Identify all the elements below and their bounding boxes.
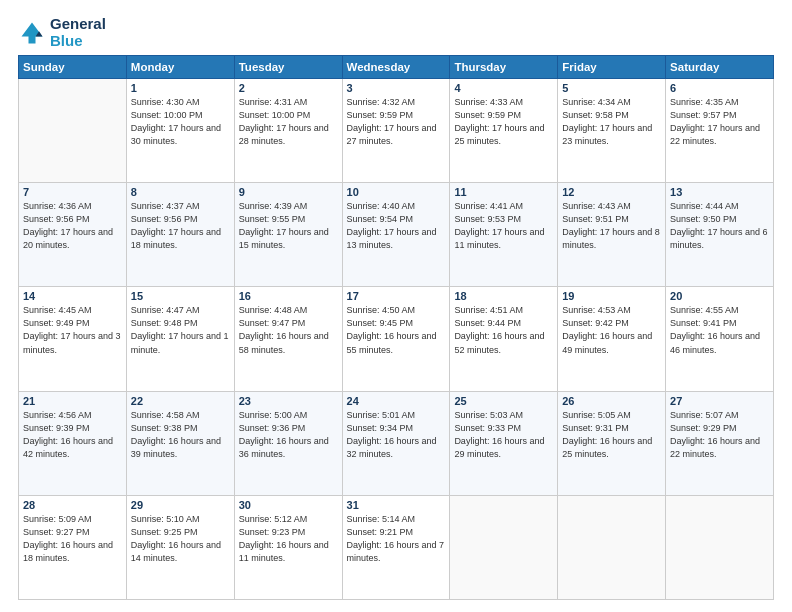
cell-content: Sunrise: 5:07 AMSunset: 9:29 PMDaylight:… (670, 409, 769, 461)
logo-icon (18, 19, 46, 47)
cell-content: Sunrise: 5:14 AMSunset: 9:21 PMDaylight:… (347, 513, 446, 565)
calendar-cell (19, 79, 127, 183)
calendar-cell: 12Sunrise: 4:43 AMSunset: 9:51 PMDayligh… (558, 183, 666, 287)
day-number: 27 (670, 395, 769, 407)
cell-content: Sunrise: 4:37 AMSunset: 9:56 PMDaylight:… (131, 200, 230, 252)
cell-content: Sunrise: 4:39 AMSunset: 9:55 PMDaylight:… (239, 200, 338, 252)
cell-content: Sunrise: 4:30 AMSunset: 10:00 PMDaylight… (131, 96, 230, 148)
day-header-sunday: Sunday (19, 56, 127, 79)
calendar-cell: 2Sunrise: 4:31 AMSunset: 10:00 PMDayligh… (234, 79, 342, 183)
cell-content: Sunrise: 4:43 AMSunset: 9:51 PMDaylight:… (562, 200, 661, 252)
day-header-saturday: Saturday (666, 56, 774, 79)
cell-content: Sunrise: 4:55 AMSunset: 9:41 PMDaylight:… (670, 304, 769, 356)
day-number: 6 (670, 82, 769, 94)
cell-content: Sunrise: 4:47 AMSunset: 9:48 PMDaylight:… (131, 304, 230, 356)
day-number: 14 (23, 290, 122, 302)
calendar-header-row: SundayMondayTuesdayWednesdayThursdayFrid… (19, 56, 774, 79)
calendar-cell: 9Sunrise: 4:39 AMSunset: 9:55 PMDaylight… (234, 183, 342, 287)
calendar-cell: 8Sunrise: 4:37 AMSunset: 9:56 PMDaylight… (126, 183, 234, 287)
day-number: 26 (562, 395, 661, 407)
day-number: 16 (239, 290, 338, 302)
week-row-3: 14Sunrise: 4:45 AMSunset: 9:49 PMDayligh… (19, 287, 774, 391)
cell-content: Sunrise: 5:05 AMSunset: 9:31 PMDaylight:… (562, 409, 661, 461)
day-number: 25 (454, 395, 553, 407)
calendar-cell (450, 495, 558, 599)
day-number: 7 (23, 186, 122, 198)
day-number: 3 (347, 82, 446, 94)
day-header-thursday: Thursday (450, 56, 558, 79)
day-number: 18 (454, 290, 553, 302)
day-number: 23 (239, 395, 338, 407)
cell-content: Sunrise: 4:51 AMSunset: 9:44 PMDaylight:… (454, 304, 553, 356)
calendar-cell: 5Sunrise: 4:34 AMSunset: 9:58 PMDaylight… (558, 79, 666, 183)
day-number: 31 (347, 499, 446, 511)
calendar-cell: 14Sunrise: 4:45 AMSunset: 9:49 PMDayligh… (19, 287, 127, 391)
week-row-5: 28Sunrise: 5:09 AMSunset: 9:27 PMDayligh… (19, 495, 774, 599)
calendar-cell: 16Sunrise: 4:48 AMSunset: 9:47 PMDayligh… (234, 287, 342, 391)
day-number: 10 (347, 186, 446, 198)
calendar-cell: 28Sunrise: 5:09 AMSunset: 9:27 PMDayligh… (19, 495, 127, 599)
day-number: 8 (131, 186, 230, 198)
cell-content: Sunrise: 5:12 AMSunset: 9:23 PMDaylight:… (239, 513, 338, 565)
day-header-wednesday: Wednesday (342, 56, 450, 79)
day-number: 15 (131, 290, 230, 302)
cell-content: Sunrise: 4:50 AMSunset: 9:45 PMDaylight:… (347, 304, 446, 356)
day-number: 13 (670, 186, 769, 198)
calendar-cell: 26Sunrise: 5:05 AMSunset: 9:31 PMDayligh… (558, 391, 666, 495)
day-header-monday: Monday (126, 56, 234, 79)
cell-content: Sunrise: 4:40 AMSunset: 9:54 PMDaylight:… (347, 200, 446, 252)
calendar-cell (666, 495, 774, 599)
cell-content: Sunrise: 5:01 AMSunset: 9:34 PMDaylight:… (347, 409, 446, 461)
logo-text: General Blue (50, 16, 106, 49)
cell-content: Sunrise: 4:31 AMSunset: 10:00 PMDaylight… (239, 96, 338, 148)
day-number: 24 (347, 395, 446, 407)
cell-content: Sunrise: 4:32 AMSunset: 9:59 PMDaylight:… (347, 96, 446, 148)
calendar-cell: 17Sunrise: 4:50 AMSunset: 9:45 PMDayligh… (342, 287, 450, 391)
day-number: 5 (562, 82, 661, 94)
day-number: 29 (131, 499, 230, 511)
day-number: 21 (23, 395, 122, 407)
cell-content: Sunrise: 4:36 AMSunset: 9:56 PMDaylight:… (23, 200, 122, 252)
cell-content: Sunrise: 4:58 AMSunset: 9:38 PMDaylight:… (131, 409, 230, 461)
day-number: 1 (131, 82, 230, 94)
calendar-cell: 13Sunrise: 4:44 AMSunset: 9:50 PMDayligh… (666, 183, 774, 287)
day-number: 12 (562, 186, 661, 198)
day-number: 17 (347, 290, 446, 302)
week-row-1: 1Sunrise: 4:30 AMSunset: 10:00 PMDayligh… (19, 79, 774, 183)
cell-content: Sunrise: 4:53 AMSunset: 9:42 PMDaylight:… (562, 304, 661, 356)
calendar-cell: 22Sunrise: 4:58 AMSunset: 9:38 PMDayligh… (126, 391, 234, 495)
day-number: 28 (23, 499, 122, 511)
calendar-cell: 24Sunrise: 5:01 AMSunset: 9:34 PMDayligh… (342, 391, 450, 495)
calendar-table: SundayMondayTuesdayWednesdayThursdayFrid… (18, 55, 774, 600)
calendar-cell: 27Sunrise: 5:07 AMSunset: 9:29 PMDayligh… (666, 391, 774, 495)
cell-content: Sunrise: 5:00 AMSunset: 9:36 PMDaylight:… (239, 409, 338, 461)
cell-content: Sunrise: 4:41 AMSunset: 9:53 PMDaylight:… (454, 200, 553, 252)
cell-content: Sunrise: 4:45 AMSunset: 9:49 PMDaylight:… (23, 304, 122, 356)
header: General Blue (18, 16, 774, 49)
calendar-cell: 29Sunrise: 5:10 AMSunset: 9:25 PMDayligh… (126, 495, 234, 599)
day-number: 2 (239, 82, 338, 94)
week-row-4: 21Sunrise: 4:56 AMSunset: 9:39 PMDayligh… (19, 391, 774, 495)
calendar-cell: 18Sunrise: 4:51 AMSunset: 9:44 PMDayligh… (450, 287, 558, 391)
calendar-cell: 25Sunrise: 5:03 AMSunset: 9:33 PMDayligh… (450, 391, 558, 495)
calendar-cell: 7Sunrise: 4:36 AMSunset: 9:56 PMDaylight… (19, 183, 127, 287)
cell-content: Sunrise: 4:33 AMSunset: 9:59 PMDaylight:… (454, 96, 553, 148)
cell-content: Sunrise: 5:10 AMSunset: 9:25 PMDaylight:… (131, 513, 230, 565)
day-number: 19 (562, 290, 661, 302)
logo: General Blue (18, 16, 106, 49)
calendar-cell (558, 495, 666, 599)
calendar-cell: 11Sunrise: 4:41 AMSunset: 9:53 PMDayligh… (450, 183, 558, 287)
calendar-cell: 21Sunrise: 4:56 AMSunset: 9:39 PMDayligh… (19, 391, 127, 495)
calendar-cell: 31Sunrise: 5:14 AMSunset: 9:21 PMDayligh… (342, 495, 450, 599)
day-number: 9 (239, 186, 338, 198)
week-row-2: 7Sunrise: 4:36 AMSunset: 9:56 PMDaylight… (19, 183, 774, 287)
cell-content: Sunrise: 4:34 AMSunset: 9:58 PMDaylight:… (562, 96, 661, 148)
calendar-cell: 6Sunrise: 4:35 AMSunset: 9:57 PMDaylight… (666, 79, 774, 183)
cell-content: Sunrise: 4:44 AMSunset: 9:50 PMDaylight:… (670, 200, 769, 252)
day-number: 20 (670, 290, 769, 302)
calendar-cell: 10Sunrise: 4:40 AMSunset: 9:54 PMDayligh… (342, 183, 450, 287)
cell-content: Sunrise: 4:56 AMSunset: 9:39 PMDaylight:… (23, 409, 122, 461)
calendar-cell: 4Sunrise: 4:33 AMSunset: 9:59 PMDaylight… (450, 79, 558, 183)
cell-content: Sunrise: 4:48 AMSunset: 9:47 PMDaylight:… (239, 304, 338, 356)
day-number: 4 (454, 82, 553, 94)
